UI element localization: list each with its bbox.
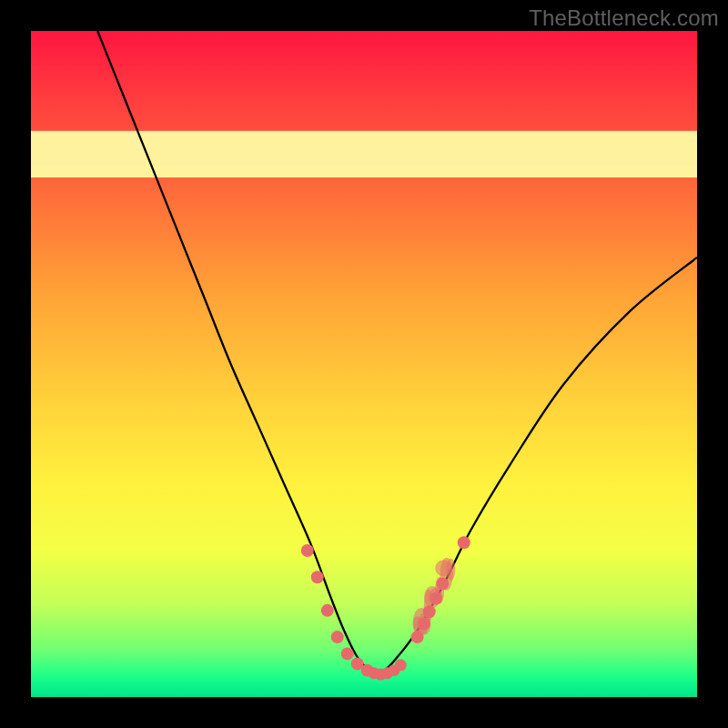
- data-dot: [411, 631, 424, 643]
- data-dot: [311, 571, 324, 583]
- flame-blob: [446, 559, 455, 581]
- plot-area: [31, 31, 697, 697]
- data-dot: [331, 631, 344, 643]
- data-dot: [458, 536, 470, 549]
- data-dot: [430, 592, 442, 605]
- data-dot: [321, 604, 334, 617]
- data-dots: [301, 536, 470, 680]
- data-dot: [418, 617, 430, 630]
- data-dot: [423, 605, 436, 618]
- data-dot: [341, 647, 354, 660]
- chart-overlay: [31, 31, 697, 697]
- data-dot: [436, 578, 449, 591]
- data-dot: [395, 659, 407, 671]
- attribution-text: TheBottleneck.com: [529, 5, 719, 31]
- data-dot: [301, 544, 314, 557]
- bottleneck-curve: [97, 31, 697, 672]
- highlight-band: [31, 131, 697, 177]
- chart-frame: TheBottleneck.com: [0, 0, 728, 728]
